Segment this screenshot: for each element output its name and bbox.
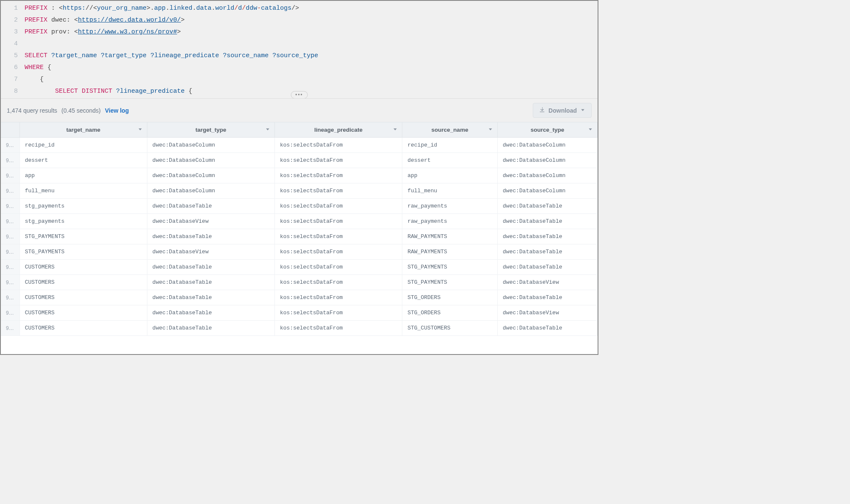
table-row[interactable]: 980STG_PAYMENTSdwec:DatabaseTablekos:sel…: [1, 229, 598, 244]
chevron-down-icon[interactable]: [265, 127, 270, 133]
cell[interactable]: dwec:DatabaseTable: [147, 229, 274, 244]
cell[interactable]: dwec:DatabaseTable: [498, 321, 598, 336]
cell[interactable]: dwec:DatabaseView: [147, 214, 274, 229]
cell[interactable]: CUSTOMERS: [19, 275, 147, 290]
cell[interactable]: STG_PAYMENTS: [402, 260, 498, 275]
table-row[interactable]: 984CUSTOMERSdwec:DatabaseTablekos:select…: [1, 290, 598, 305]
column-header-target_type[interactable]: target_type: [147, 122, 274, 138]
code-area[interactable]: PREFIX : <https://<your_org_name>.app.li…: [25, 3, 598, 97]
cell[interactable]: kos:selectsDataFrom: [275, 321, 402, 336]
table-row[interactable]: 976appdwec:DatabaseColumnkos:selectsData…: [1, 168, 598, 183]
code-line[interactable]: WHERE {: [25, 62, 598, 74]
cell[interactable]: dwec:DatabaseTable: [147, 290, 274, 305]
cell[interactable]: kos:selectsDataFrom: [275, 260, 402, 275]
cell[interactable]: kos:selectsDataFrom: [275, 183, 402, 199]
code-line[interactable]: SELECT ?target_name ?target_type ?lineag…: [25, 50, 598, 62]
cell[interactable]: RAW_PAYMENTS: [402, 229, 498, 244]
cell[interactable]: kos:selectsDataFrom: [275, 153, 402, 168]
cell[interactable]: dwec:DatabaseTable: [147, 305, 274, 321]
cell[interactable]: dwec:DatabaseTable: [498, 260, 598, 275]
cell[interactable]: recipe_id: [19, 138, 147, 153]
code-line[interactable]: {: [25, 74, 598, 86]
cell[interactable]: raw_payments: [402, 214, 498, 229]
cell[interactable]: CUSTOMERS: [19, 290, 147, 305]
cell[interactable]: app: [19, 168, 147, 183]
query-editor[interactable]: 12345678 PREFIX : <https://<your_org_nam…: [1, 1, 598, 98]
view-log-link[interactable]: View log: [105, 107, 129, 114]
cell[interactable]: CUSTOMERS: [19, 305, 147, 321]
cell[interactable]: STG_ORDERS: [402, 290, 498, 305]
cell[interactable]: STG_ORDERS: [402, 305, 498, 321]
column-header-lineage_predicate[interactable]: lineage_predicate: [275, 122, 402, 138]
cell[interactable]: dwec:DatabaseTable: [498, 244, 598, 260]
cell[interactable]: CUSTOMERS: [19, 321, 147, 336]
cell[interactable]: stg_payments: [19, 199, 147, 214]
cell[interactable]: dwec:DatabaseColumn: [498, 168, 598, 183]
cell[interactable]: kos:selectsDataFrom: [275, 229, 402, 244]
cell[interactable]: dwec:DatabaseTable: [147, 275, 274, 290]
code-line[interactable]: PREFIX dwec: <https://dwec.data.world/v0…: [25, 14, 598, 26]
cell[interactable]: dwec:DatabaseColumn: [147, 183, 274, 199]
table-row[interactable]: 977full_menudwec:DatabaseColumnkos:selec…: [1, 183, 598, 199]
cell[interactable]: kos:selectsDataFrom: [275, 214, 402, 229]
cell[interactable]: dwec:DatabaseColumn: [498, 138, 598, 153]
table-row[interactable]: 978stg_paymentsdwec:DatabaseTablekos:sel…: [1, 199, 598, 214]
cell[interactable]: dwec:DatabaseTable: [498, 199, 598, 214]
table-row[interactable]: 986CUSTOMERSdwec:DatabaseTablekos:select…: [1, 321, 598, 336]
cell[interactable]: kos:selectsDataFrom: [275, 199, 402, 214]
cell[interactable]: dwec:DatabaseView: [498, 275, 598, 290]
code-line[interactable]: PREFIX prov: <http://www.w3.org/ns/prov#…: [25, 26, 598, 38]
table-row[interactable]: 974recipe_iddwec:DatabaseColumnkos:selec…: [1, 138, 598, 153]
cell[interactable]: dwec:DatabaseTable: [498, 229, 598, 244]
column-header-source_name[interactable]: source_name: [402, 122, 498, 138]
table-row[interactable]: 981STG_PAYMENTSdwec:DatabaseViewkos:sele…: [1, 244, 598, 260]
cell[interactable]: raw_payments: [402, 199, 498, 214]
cell[interactable]: kos:selectsDataFrom: [275, 138, 402, 153]
table-row[interactable]: 983CUSTOMERSdwec:DatabaseTablekos:select…: [1, 275, 598, 290]
cell[interactable]: full_menu: [19, 183, 147, 199]
table-row[interactable]: 982CUSTOMERSdwec:DatabaseTablekos:select…: [1, 260, 598, 275]
cell[interactable]: STG_PAYMENTS: [402, 275, 498, 290]
chevron-down-icon[interactable]: [488, 127, 493, 133]
cell[interactable]: STG_PAYMENTS: [19, 244, 147, 260]
download-button[interactable]: Download: [533, 103, 592, 118]
table-row[interactable]: 975dessertdwec:DatabaseColumnkos:selects…: [1, 153, 598, 168]
column-header-target_name[interactable]: target_name: [19, 122, 147, 138]
cell[interactable]: dwec:DatabaseColumn: [498, 153, 598, 168]
cell[interactable]: CUSTOMERS: [19, 260, 147, 275]
code-line[interactable]: [25, 38, 598, 50]
table-row[interactable]: 985CUSTOMERSdwec:DatabaseTablekos:select…: [1, 305, 598, 321]
cell[interactable]: dwec:DatabaseTable: [147, 260, 274, 275]
cell[interactable]: dessert: [19, 153, 147, 168]
cell[interactable]: kos:selectsDataFrom: [275, 305, 402, 321]
table-row[interactable]: 979stg_paymentsdwec:DatabaseViewkos:sele…: [1, 214, 598, 229]
cell[interactable]: kos:selectsDataFrom: [275, 168, 402, 183]
cell[interactable]: dwec:DatabaseTable: [147, 321, 274, 336]
cell[interactable]: dwec:DatabaseTable: [147, 199, 274, 214]
cell[interactable]: dwec:DatabaseColumn: [498, 183, 598, 199]
chevron-down-icon[interactable]: [138, 127, 143, 133]
cell[interactable]: recipe_id: [402, 138, 498, 153]
cell[interactable]: dwec:DatabaseColumn: [147, 138, 274, 153]
cell[interactable]: stg_payments: [19, 214, 147, 229]
cell[interactable]: RAW_PAYMENTS: [402, 244, 498, 260]
cell[interactable]: dwec:DatabaseTable: [498, 290, 598, 305]
results-pane[interactable]: target_nametarget_typelineage_predicates…: [1, 122, 598, 354]
chevron-down-icon[interactable]: [393, 127, 398, 133]
cell[interactable]: dwec:DatabaseColumn: [147, 153, 274, 168]
chevron-down-icon[interactable]: [588, 127, 593, 133]
cell[interactable]: dwec:DatabaseColumn: [147, 168, 274, 183]
column-header-source_type[interactable]: source_type: [498, 122, 598, 138]
cell[interactable]: dwec:DatabaseView: [147, 244, 274, 260]
code-line[interactable]: PREFIX : <https://<your_org_name>.app.li…: [25, 3, 598, 14]
resize-handle[interactable]: •••: [291, 91, 308, 98]
cell[interactable]: full_menu: [402, 183, 498, 199]
cell[interactable]: dwec:DatabaseTable: [498, 214, 598, 229]
cell[interactable]: dessert: [402, 153, 498, 168]
cell[interactable]: STG_CUSTOMERS: [402, 321, 498, 336]
cell[interactable]: kos:selectsDataFrom: [275, 275, 402, 290]
cell[interactable]: STG_PAYMENTS: [19, 229, 147, 244]
code-line[interactable]: SELECT DISTINCT ?lineage_predicate {: [25, 86, 598, 97]
cell[interactable]: dwec:DatabaseView: [498, 305, 598, 321]
cell[interactable]: kos:selectsDataFrom: [275, 290, 402, 305]
